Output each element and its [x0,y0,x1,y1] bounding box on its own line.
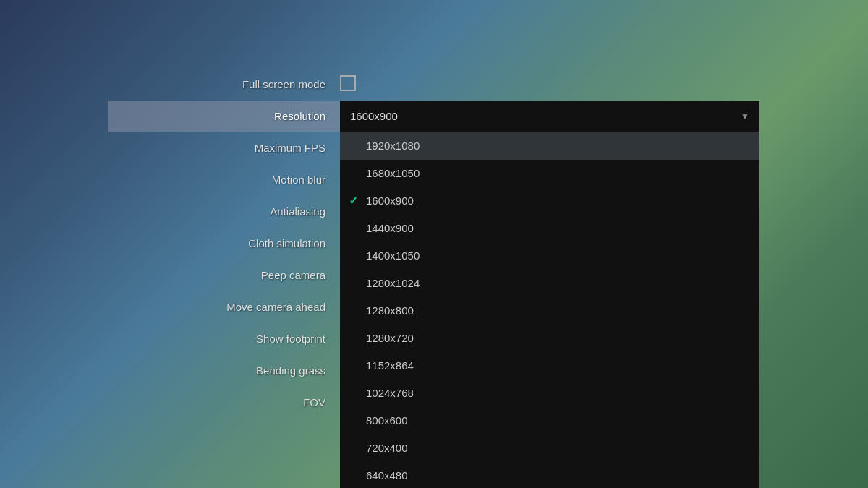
dropdown-item[interactable]: 1280x720 [340,325,760,352]
dropdown-item[interactable]: 800x600 [340,407,760,435]
dropdown-item-label: 1280x800 [366,304,414,317]
settings-panel: Full screen mode Resolution 1600x900 ▼ 1… [109,69,760,419]
dropdown-item[interactable]: 1680x1050 [340,160,760,187]
dropdown-item[interactable]: 1440x900 [340,215,760,242]
dropdown-item[interactable]: 1152x864 [340,352,760,380]
resolution-control: 1600x900 ▼ 1920x10801680x1050✓1600x90014… [340,101,760,132]
dropdown-item-label: 1024x768 [366,387,414,399]
resolution-dropdown-wrapper: 1600x900 ▼ 1920x10801680x1050✓1600x90014… [340,101,760,132]
resolution-dropdown-list: 1920x10801680x1050✓1600x9001440x9001400x… [340,132,760,489]
dropdown-item[interactable]: 1920x1080 [340,132,760,160]
resolution-selected-value: 1600x900 [350,110,398,122]
dropdown-item-label: 1920x1080 [366,140,420,152]
peep-camera-label: Peep camera [109,269,340,281]
dropdown-item[interactable]: 1280x1024 [340,270,760,297]
dropdown-item[interactable]: 1280x800 [340,297,760,325]
dropdown-item-label: 1440x900 [366,222,414,234]
dropdown-item[interactable]: 1400x1050 [340,242,760,270]
resolution-row: Resolution 1600x900 ▼ 1920x10801680x1050… [109,101,760,132]
dropdown-item-label: 1280x720 [366,332,414,344]
dropdown-item-label: 720x400 [366,442,408,454]
move-camera-ahead-label: Move camera ahead [109,301,340,313]
full-screen-mode-label: Full screen mode [109,78,340,90]
dropdown-item-label: 1152x864 [366,359,414,372]
bending-grass-label: Bending grass [109,364,340,377]
checkmark-icon: ✓ [349,194,358,207]
antialiasing-label: Antialiasing [109,205,340,218]
dropdown-item[interactable]: 1024x768 [340,380,760,407]
fov-label: FOV [109,396,340,408]
dropdown-item[interactable]: 720x400 [340,435,760,462]
motion-blur-label: Motion blur [109,174,340,186]
dropdown-item-label: 1280x1024 [366,277,420,289]
dropdown-item-label: 1680x1050 [366,167,420,179]
dropdown-item-label: 1600x900 [366,194,414,207]
maximum-fps-label: Maximum FPS [109,142,340,154]
dropdown-item-label: 800x600 [366,414,408,427]
resolution-label: Resolution [109,110,340,122]
full-screen-mode-checkbox[interactable] [340,75,356,91]
full-screen-mode-control [340,75,760,94]
dropdown-item[interactable]: 640x480 [340,462,760,489]
dropdown-item[interactable]: ✓1600x900 [340,187,760,215]
full-screen-mode-row: Full screen mode [109,69,760,100]
dropdown-arrow-icon: ▼ [741,111,749,121]
show-footprint-label: Show footprint [109,333,340,345]
dropdown-item-label: 1400x1050 [366,249,420,262]
cloth-simulation-label: Cloth simulation [109,237,340,249]
dropdown-item-label: 640x480 [366,469,408,481]
resolution-dropdown-selected[interactable]: 1600x900 ▼ [340,101,760,132]
